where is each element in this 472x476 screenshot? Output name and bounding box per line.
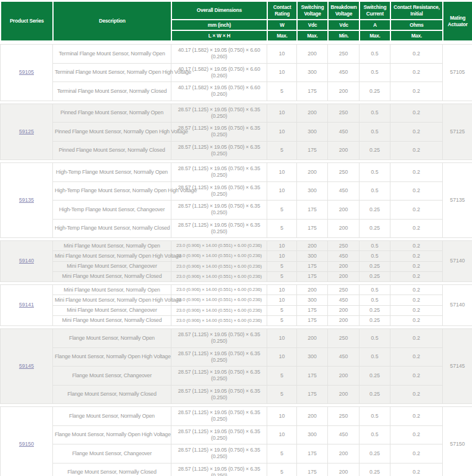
- breakdown-voltage-cell: 200: [328, 385, 360, 404]
- contact-resistance-cell: 0.2: [390, 444, 443, 464]
- breakdown-voltage-cell: 450: [328, 251, 360, 261]
- table-header: Product Series Description Overall Dimen…: [0, 1, 472, 42]
- dimensions-cell: 40.17 (1.582) × 19.05 (0.750) × 6.60 (0.…: [171, 45, 267, 64]
- description-cell: Flange Mount Sensor, Normally Open: [53, 329, 171, 348]
- product-series-link[interactable]: 59105: [19, 69, 34, 75]
- contact-rating-cell: 5: [267, 219, 297, 238]
- description-cell: High-Temp Flange Mount Sensor, Normally …: [53, 181, 171, 201]
- limit-switching-voltage: Max.: [297, 30, 328, 41]
- description-cell: Pinned Flange Mount Sensor, Normally Ope…: [53, 123, 171, 142]
- switching-current-cell: 0.25: [360, 82, 390, 101]
- contact-resistance-cell: 0.2: [390, 251, 443, 261]
- contact-rating-cell: 5: [267, 201, 297, 220]
- contact-rating-cell: 10: [267, 251, 297, 261]
- table-row: Terminal Flange Mount Sensor, Normally C…: [1, 82, 472, 101]
- switching-current-cell: 0.25: [360, 219, 390, 238]
- switching-voltage-cell: 200: [297, 407, 328, 426]
- dimensions-cell: 23.0 (0.906) × 14.00 (0.551) × 6.00 (0.2…: [171, 285, 267, 295]
- switching-voltage-cell: 175: [297, 367, 328, 386]
- contact-resistance-cell: 0.2: [390, 82, 443, 101]
- description-cell: Mini Flange Mount Sensor, Changeover: [53, 261, 171, 271]
- switching-current-cell: 0.5: [360, 104, 390, 123]
- dimensions-cell: 28.57 (1.125) × 19.05 (0.750) × 6.35 (0.…: [171, 444, 267, 464]
- switching-voltage-cell: 175: [297, 261, 328, 271]
- contact-rating-cell: 10: [267, 123, 297, 142]
- unit-contact-resistance: Ohms: [390, 20, 443, 30]
- description-cell: Mini Flange Mount Sensor, Normally Open …: [53, 251, 171, 261]
- table-row: Flange Mount Sensor, Changeover28.57 (1.…: [1, 444, 472, 464]
- dimensions-cell: 23.0 (0.906) × 14.00 (0.551) × 6.00 (0.2…: [171, 261, 267, 271]
- table-row: 59150Flange Mount Sensor, Normally Open2…: [1, 407, 472, 426]
- table-row: Pinned Flange Mount Sensor, Normally Ope…: [1, 123, 472, 142]
- product-series-link[interactable]: 59145: [19, 363, 34, 369]
- switching-voltage-cell: 200: [297, 329, 328, 348]
- description-cell: Flange Mount Sensor, Changeover: [53, 444, 171, 464]
- contact-resistance-cell: 0.2: [390, 45, 443, 64]
- breakdown-voltage-cell: 450: [328, 181, 360, 201]
- switching-current-cell: 0.5: [360, 407, 390, 426]
- switching-voltage-cell: 175: [297, 201, 328, 220]
- contact-rating-cell: 10: [267, 407, 297, 426]
- table-row: High-Temp Flange Mount Sensor, Changeove…: [1, 201, 472, 220]
- breakdown-voltage-cell: 250: [328, 241, 360, 251]
- switching-voltage-cell: 175: [297, 82, 328, 101]
- dimensions-cell: 28.57 (1.125) × 19.05 (0.750) × 6.35 (0.…: [171, 425, 267, 444]
- switching-current-cell: 0.25: [360, 367, 390, 386]
- limit-contact-resistance: Max.: [390, 30, 443, 41]
- table-row: Flange Mount Sensor, Normally Open High …: [1, 425, 472, 444]
- dimensions-cell: 23.0 (0.906) × 14.00 (0.551) × 6.00 (0.2…: [171, 315, 267, 325]
- description-cell: Mini Flange Mount Sensor, Normally Close…: [53, 315, 171, 325]
- product-series-cell: 59150: [1, 407, 53, 476]
- description-cell: Mini Flange Mount Sensor, Normally Close…: [53, 271, 171, 281]
- dimensions-cell: 28.57 (1.125) × 19.05 (0.750) × 6.35 (0.…: [171, 407, 267, 426]
- contact-resistance-cell: 0.2: [390, 271, 443, 281]
- table-row: Flange Mount Sensor, Normally Closed28.5…: [1, 463, 472, 476]
- limit-dimensions: L × W × H: [171, 30, 267, 41]
- spec-table: Product Series Description Overall Dimen…: [0, 1, 472, 476]
- dimensions-cell: 28.57 (1.125) × 19.05 (0.750) × 6.35 (0.…: [171, 219, 267, 238]
- table-row: Mini Flange Mount Sensor, Changeover23.0…: [1, 261, 472, 271]
- product-series-link[interactable]: 59135: [19, 197, 34, 203]
- col-header-switching-current: Switching Current: [360, 1, 390, 20]
- switching-current-cell: 0.25: [360, 305, 390, 315]
- contact-resistance-cell: 0.2: [390, 305, 443, 315]
- contact-resistance-cell: 0.2: [390, 123, 443, 142]
- product-series-link[interactable]: 59125: [19, 129, 34, 134]
- dimensions-cell: 28.57 (1.125) × 19.05 (0.750) × 6.35 (0.…: [171, 385, 267, 404]
- mating-actuator-cell: 57140: [443, 285, 472, 326]
- switching-current-cell: 0.5: [360, 123, 390, 142]
- switching-voltage-cell: 175: [297, 271, 328, 281]
- breakdown-voltage-cell: 200: [328, 219, 360, 238]
- switching-current-cell: 0.25: [360, 444, 390, 464]
- description-cell: Flange Mount Sensor, Normally Closed: [53, 463, 171, 476]
- contact-rating-cell: 5: [267, 82, 297, 101]
- contact-resistance-cell: 0.2: [390, 407, 443, 426]
- unit-switching-current: A: [360, 20, 390, 30]
- mating-actuator-cell: 57140: [443, 241, 472, 282]
- table-body-groups: 59105Terminal Flange Mount Sensor, Norma…: [0, 44, 472, 476]
- contact-rating-cell: 10: [267, 295, 297, 305]
- contact-resistance-cell: 0.2: [390, 315, 443, 325]
- description-cell: High-Temp Flange Mount Sensor, Changeove…: [53, 201, 171, 220]
- dimensions-cell: 28.57 (1.125) × 19.05 (0.750) × 6.35 (0.…: [171, 367, 267, 386]
- limit-switching-current: Max.: [360, 30, 390, 41]
- table-row: Mini Flange Mount Sensor, Changeover23.0…: [1, 305, 472, 315]
- product-series-link[interactable]: 59150: [19, 441, 34, 447]
- table-row: 59105Terminal Flange Mount Sensor, Norma…: [1, 45, 472, 64]
- breakdown-voltage-cell: 200: [328, 444, 360, 464]
- col-header-breakdown-voltage: Breakdown Voltage: [328, 1, 360, 20]
- product-series-link[interactable]: 59140: [19, 258, 34, 264]
- contact-resistance-cell: 0.2: [390, 425, 443, 444]
- breakdown-voltage-cell: 200: [328, 463, 360, 476]
- switching-voltage-cell: 175: [297, 305, 328, 315]
- contact-resistance-cell: 0.2: [390, 141, 443, 160]
- breakdown-voltage-cell: 250: [328, 407, 360, 426]
- product-group-59141: 59141Mini Flange Mount Sensor, Normally …: [0, 284, 472, 326]
- breakdown-voltage-cell: 200: [328, 141, 360, 160]
- product-series-link[interactable]: 59141: [19, 302, 34, 308]
- unit-switching-voltage: Vdc: [297, 20, 328, 30]
- mating-actuator-cell: 57145: [443, 329, 472, 404]
- unit-contact-rating: W: [267, 20, 297, 30]
- contact-resistance-cell: 0.2: [390, 63, 443, 82]
- dimensions-cell: 23.0 (0.906) × 14.00 (0.551) × 6.00 (0.2…: [171, 271, 267, 281]
